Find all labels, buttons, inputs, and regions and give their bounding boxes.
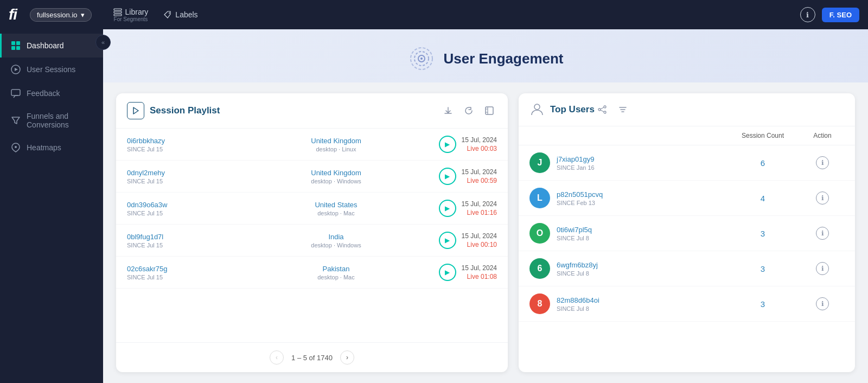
user-info-btn[interactable]: ℹ xyxy=(816,297,829,310)
main-layout: « Dashboard User Sessions xyxy=(0,29,868,383)
library-icon xyxy=(113,8,122,16)
nav-item-labels[interactable]: Labels xyxy=(163,10,197,19)
library-sub: For Segments xyxy=(114,16,148,22)
session-live: Live 01:16 xyxy=(462,209,497,216)
library-label: Library xyxy=(125,8,149,16)
session-id: 0i6rbbkhazy xyxy=(127,137,262,145)
session-datetime: 15 Jul, 2024 Live 00:59 xyxy=(462,168,497,184)
top-users-actions xyxy=(595,102,630,117)
user-action: ℹ xyxy=(801,227,844,240)
top-users-title-left: Top Users xyxy=(529,102,595,117)
session-country: United Kingdom xyxy=(269,137,404,145)
funnels-icon xyxy=(10,115,21,126)
share-action-btn[interactable] xyxy=(595,102,610,117)
session-play-btn[interactable]: ▶ xyxy=(439,136,456,153)
session-play-btn[interactable]: ▶ xyxy=(439,264,456,281)
svg-rect-4 xyxy=(11,41,15,45)
user-session-count: 6 xyxy=(725,158,801,168)
svg-rect-17 xyxy=(486,107,493,114)
list-item[interactable]: L p82n5051pcvq SINCE Feb 13 4 ℹ xyxy=(519,181,855,216)
session-since: SINCE Jul 15 xyxy=(127,274,262,280)
list-item[interactable]: O 0ti6wi7pl5q SINCE Jul 8 3 ℹ xyxy=(519,216,855,251)
pagination: ‹ 1 – 5 of 1740 › xyxy=(116,342,508,372)
session-play-btn[interactable]: ▶ xyxy=(439,200,456,217)
table-row[interactable]: 0i6rbbkhazy SINCE Jul 15 United Kingdom … xyxy=(116,129,508,161)
user-action: ℹ xyxy=(801,156,844,169)
session-playlist-title-area: Session Playlist xyxy=(127,102,220,119)
session-live: Live 01:08 xyxy=(462,273,497,280)
list-item[interactable]: 6 6wgfm6bz8yj SINCE Jul 8 3 ℹ xyxy=(519,251,855,286)
sidebar-item-feedback[interactable]: Feedback xyxy=(0,81,103,105)
user-profile-button[interactable]: F. SEO xyxy=(822,8,859,22)
user-info-btn[interactable]: ℹ xyxy=(816,156,829,169)
sidebar-item-heatmaps[interactable]: Heatmaps xyxy=(0,136,103,159)
sidebar-collapse-button[interactable]: « xyxy=(95,35,111,50)
session-play-btn[interactable]: ▶ xyxy=(439,232,456,249)
sidebar: « Dashboard User Sessions xyxy=(0,29,103,383)
session-country: United States xyxy=(269,201,404,209)
user-info-btn[interactable]: ℹ xyxy=(816,262,829,275)
svg-point-20 xyxy=(598,108,601,111)
session-playlist-header: Session Playlist xyxy=(116,93,508,129)
dashboard-icon xyxy=(10,40,21,51)
info-button[interactable]: ℹ xyxy=(800,7,815,22)
table-row[interactable]: 0dn39o6a3w SINCE Jul 15 United States de… xyxy=(116,193,508,225)
session-playlist-card: Session Playlist xyxy=(116,93,508,372)
filter-action-btn[interactable] xyxy=(615,102,630,117)
user-action: ℹ xyxy=(801,262,844,275)
hero-banner: User Engagement xyxy=(103,29,868,82)
session-rows-container: 0i6rbbkhazy SINCE Jul 15 United Kingdom … xyxy=(116,129,508,342)
session-location: United States desktop · Mac xyxy=(269,201,404,216)
list-item[interactable]: J j7xiap01gy9 SINCE Jan 16 6 ℹ xyxy=(519,145,855,181)
sidebar-item-user-sessions[interactable]: User Sessions xyxy=(0,58,103,81)
user-id: j7xiap01gy9 xyxy=(557,155,725,163)
avatar: O xyxy=(529,223,550,244)
top-users-title-row: Top Users xyxy=(529,102,630,117)
session-datetime: 15 Jul, 2024 Live 01:08 xyxy=(462,264,497,280)
session-play-btn[interactable]: ▶ xyxy=(439,168,456,185)
user-session-count: 3 xyxy=(725,229,801,238)
session-datetime: 15 Jul, 2024 Live 00:10 xyxy=(462,232,497,248)
user-info: j7xiap01gy9 SINCE Jan 16 xyxy=(557,155,725,171)
playlist-play-icon xyxy=(127,102,144,119)
list-item[interactable]: 8 82m88d6b4oi SINCE Jul 8 3 ℹ xyxy=(519,286,855,322)
sidebar-item-dashboard[interactable]: Dashboard xyxy=(0,34,103,58)
session-info: 0i6rbbkhazy SINCE Jul 15 xyxy=(127,137,262,152)
pagination-prev-btn[interactable]: ‹ xyxy=(270,350,284,365)
sidebar-item-funnels[interactable]: Funnels and Conversions xyxy=(0,105,103,136)
session-device: desktop · Windows xyxy=(269,178,404,184)
svg-rect-6 xyxy=(11,46,15,50)
expand-action-btn[interactable] xyxy=(482,103,497,118)
svg-rect-2 xyxy=(114,14,122,16)
user-action: ℹ xyxy=(801,297,844,310)
session-id: 0dn39o6a3w xyxy=(127,201,262,209)
user-action: ℹ xyxy=(801,192,844,205)
table-row[interactable]: 02c6sakr75g SINCE Jul 15 Pakistan deskto… xyxy=(116,257,508,289)
user-info-btn[interactable]: ℹ xyxy=(816,227,829,240)
session-since: SINCE Jul 15 xyxy=(127,242,262,248)
session-device: desktop · Mac xyxy=(269,274,404,280)
user-since: SINCE Feb 13 xyxy=(557,200,725,206)
user-info-btn[interactable]: ℹ xyxy=(816,192,829,205)
top-users-scroll-area: J j7xiap01gy9 SINCE Jan 16 6 ℹ L xyxy=(519,145,855,372)
user-id: 82m88d6b4oi xyxy=(557,296,725,304)
svg-point-19 xyxy=(604,106,606,108)
logo-fi: fi xyxy=(9,6,17,23)
logo-area: fi xyxy=(9,6,17,23)
table-row[interactable]: 0bl9fug1d7l SINCE Jul 15 India desktop ·… xyxy=(116,225,508,257)
svg-rect-10 xyxy=(11,90,20,95)
account-selector[interactable]: fullsession.io ▾ xyxy=(30,8,91,22)
session-info: 0dn39o6a3w SINCE Jul 15 xyxy=(127,201,262,216)
session-datetime: 15 Jul, 2024 Live 01:16 xyxy=(462,200,497,216)
table-row[interactable]: 0dnyl2mehy SINCE Jul 15 United Kingdom d… xyxy=(116,161,508,193)
nav-item-library[interactable]: Library For Segments xyxy=(113,8,149,22)
session-time-area: ▶ 15 Jul, 2024 Live 01:08 xyxy=(410,264,497,281)
session-country: United Kingdom xyxy=(269,169,404,177)
cards-grid: Session Playlist xyxy=(103,82,868,383)
refresh-action-btn[interactable] xyxy=(461,103,476,118)
pagination-next-btn[interactable]: › xyxy=(340,350,354,365)
svg-point-11 xyxy=(15,146,17,148)
download-action-btn[interactable] xyxy=(441,103,456,118)
session-time-area: ▶ 15 Jul, 2024 Live 00:10 xyxy=(410,232,497,249)
session-date: 15 Jul, 2024 xyxy=(462,264,497,272)
